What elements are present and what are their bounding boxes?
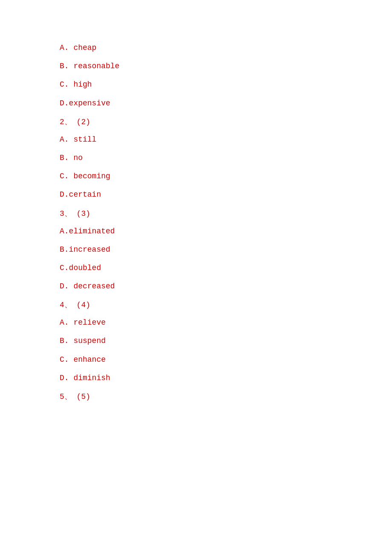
option-4d: D. diminish (60, 373, 392, 384)
option-2c: C. becoming (60, 171, 392, 182)
option-2d: D.certain (60, 189, 392, 200)
option-3a: A.eliminated (60, 226, 392, 237)
option-2a: A. still (60, 134, 392, 145)
option-4b: B. suspend (60, 336, 392, 346)
option-4c: C. enhance (60, 355, 392, 365)
option-1a: A. cheap (60, 43, 392, 53)
option-3d: D. decreased (60, 281, 392, 292)
question-4-number: 4、 (4) (60, 299, 392, 310)
question-1: A. cheap B. reasonable C. high D.expensi… (60, 43, 392, 109)
option-1c: C. high (60, 79, 392, 90)
question-5: 5、 (5) (60, 391, 392, 401)
option-1b: B. reasonable (60, 61, 392, 72)
option-3b: B.increased (60, 244, 392, 255)
question-2: 2、 (2) A. still B. no C. becoming D.cert… (60, 116, 392, 200)
option-4a: A. relieve (60, 317, 392, 328)
option-1d: D.expensive (60, 98, 392, 109)
option-3c: C.doubled (60, 263, 392, 273)
question-3-number: 3、 (3) (60, 208, 392, 218)
quiz-container: A. cheap B. reasonable C. high D.expensi… (60, 43, 392, 401)
question-5-number: 5、 (5) (60, 391, 392, 401)
question-2-number: 2、 (2) (60, 116, 392, 127)
option-2b: B. no (60, 153, 392, 163)
question-3: 3、 (3) A.eliminated B.increased C.double… (60, 208, 392, 292)
question-4: 4、 (4) A. relieve B. suspend C. enhance … (60, 299, 392, 384)
